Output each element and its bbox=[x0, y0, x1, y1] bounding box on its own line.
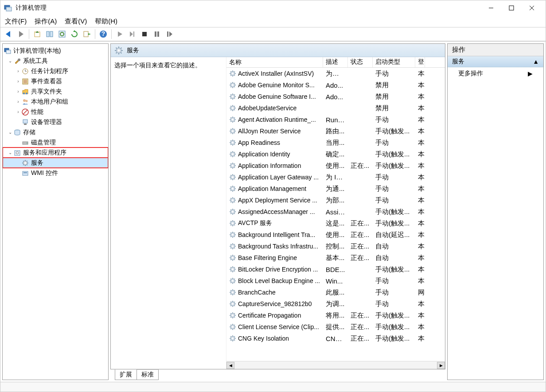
service-row[interactable]: Application Identity确定...手动(触发...本 bbox=[226, 148, 445, 160]
tools-icon bbox=[13, 57, 21, 65]
svg-point-61 bbox=[232, 96, 234, 97]
svg-rect-28 bbox=[6, 50, 11, 54]
tree-device-manager[interactable]: 设备管理器 bbox=[3, 117, 108, 127]
tree-task-scheduler[interactable]: › 任务计划程序 bbox=[3, 66, 108, 76]
service-row[interactable]: AssignedAccessManager ...Assig...手动(触发..… bbox=[226, 206, 445, 217]
show-hide-button[interactable] bbox=[44, 29, 55, 39]
service-row[interactable]: Client License Service (Clip...提供...正在..… bbox=[226, 321, 445, 333]
tree-expander[interactable]: › bbox=[15, 99, 21, 104]
service-row[interactable]: Block Level Backup Engine ...Win...手动本 bbox=[226, 275, 445, 287]
tree-event-viewer[interactable]: › 事件查看器 bbox=[3, 76, 108, 86]
service-row[interactable]: App Readiness当用...手动本 bbox=[226, 137, 445, 148]
horizontal-scroll[interactable]: ◀ ▶ bbox=[226, 361, 445, 369]
cell-status bbox=[348, 107, 373, 109]
maximize-button[interactable] bbox=[501, 1, 522, 15]
actions-pane: 操作 服务 ▲ 更多操作 ▶ bbox=[447, 43, 544, 380]
header-status[interactable]: 状态 bbox=[348, 57, 373, 67]
header-startup[interactable]: 启动类型 bbox=[373, 57, 415, 67]
service-row[interactable]: Adobe Genuine Monitor S...Ado...禁用本 bbox=[226, 79, 445, 91]
tree-services[interactable]: 服务 bbox=[3, 158, 108, 168]
service-row[interactable]: CaptureService_982812b0为调...手动本 bbox=[226, 298, 445, 310]
service-row[interactable]: Base Filtering Engine基本...正在...自动本 bbox=[226, 252, 445, 264]
cell-logon: 本 bbox=[415, 161, 425, 171]
back-button[interactable] bbox=[3, 29, 14, 39]
tree-performance[interactable]: › 性能 bbox=[3, 107, 108, 117]
service-row[interactable]: BranchCache此服...手动网 bbox=[226, 287, 445, 298]
service-rows[interactable]: ActiveX Installer (AxInstSV)为从 ...手动本Ado… bbox=[226, 68, 445, 361]
tree-expander[interactable]: › bbox=[15, 69, 21, 74]
tree-services-apps[interactable]: ⌄ 服务和应用程序 bbox=[3, 147, 108, 158]
header-name[interactable]: 名称 bbox=[226, 57, 323, 67]
menu-view[interactable]: 查看(V) bbox=[65, 17, 87, 26]
refresh-button[interactable] bbox=[69, 29, 80, 39]
tree-storage[interactable]: ⌄ 存储 bbox=[3, 127, 108, 137]
tab-extended[interactable]: 扩展 bbox=[115, 369, 137, 380]
up-button[interactable] bbox=[32, 29, 43, 39]
service-row[interactable]: Certificate Propagation将用...正在...手动(触发..… bbox=[226, 310, 445, 321]
tree-shared-folders[interactable]: › 共享文件夹 bbox=[3, 86, 108, 97]
start-service-button[interactable] bbox=[114, 29, 125, 39]
cell-name: Application Identity bbox=[226, 150, 323, 159]
svg-point-55 bbox=[118, 49, 120, 51]
properties-button[interactable] bbox=[57, 29, 67, 39]
service-row[interactable]: BitLocker Drive Encryption ...BDE...手动(触… bbox=[226, 264, 445, 275]
gear-icon bbox=[229, 185, 236, 192]
tree-expander[interactable]: ⌄ bbox=[7, 130, 13, 135]
tree-expander[interactable]: ⌄ bbox=[7, 58, 13, 63]
service-row[interactable]: Background Intelligent Tra...使用...正在...自… bbox=[226, 229, 445, 241]
tree-root[interactable]: 计算机管理(本地) bbox=[3, 46, 108, 56]
export-button[interactable] bbox=[82, 29, 92, 39]
minimize-button[interactable] bbox=[481, 1, 501, 15]
scroll-right-button[interactable]: ▶ bbox=[437, 362, 445, 369]
service-row[interactable]: Adobe Genuine Software I...Ado...禁用本 bbox=[226, 91, 445, 102]
tree-disk-mgmt[interactable]: 磁盘管理 bbox=[3, 137, 108, 147]
tree-expander[interactable]: › bbox=[15, 79, 21, 84]
header-logon[interactable]: 登 bbox=[415, 57, 425, 67]
svg-rect-3 bbox=[509, 6, 514, 10]
actions-more[interactable]: 更多操作 ▶ bbox=[448, 67, 543, 80]
cell-startup: 禁用 bbox=[373, 92, 415, 102]
svg-point-93 bbox=[232, 280, 234, 282]
close-button[interactable] bbox=[522, 1, 542, 15]
service-row[interactable]: AppX Deployment Service ...为部...手动本 bbox=[226, 194, 445, 206]
service-row[interactable]: Application Management为通...手动本 bbox=[226, 183, 445, 194]
restart-service-button[interactable] bbox=[164, 29, 175, 39]
svg-point-40 bbox=[26, 100, 28, 102]
svg-point-97 bbox=[232, 303, 234, 305]
service-row[interactable]: AdobeUpdateService禁用本 bbox=[226, 102, 445, 114]
service-row[interactable]: ActiveX Installer (AxInstSV)为从 ...手动本 bbox=[226, 68, 445, 79]
cell-logon: 本 bbox=[415, 172, 425, 182]
tree-expander[interactable]: ⌄ bbox=[7, 150, 13, 155]
tree-expander[interactable]: › bbox=[15, 109, 21, 114]
service-row[interactable]: Agent Activation Runtime_...Runt...手动本 bbox=[226, 114, 445, 125]
service-row[interactable]: AVCTP 服务这是...正在...手动(触发...本 bbox=[226, 217, 445, 229]
tree-system-tools[interactable]: ⌄ 系统工具 bbox=[3, 56, 108, 66]
help-button[interactable]: ? bbox=[98, 29, 109, 39]
service-row[interactable]: Application Layer Gateway ...为 In...手动本 bbox=[226, 171, 445, 183]
forward-button[interactable] bbox=[16, 29, 26, 39]
tree-wmi[interactable]: WMI 控件 bbox=[3, 168, 108, 178]
service-row[interactable]: AllJoyn Router Service路由...手动(触发...本 bbox=[226, 125, 445, 137]
tree-expander[interactable]: › bbox=[15, 89, 21, 94]
users-icon bbox=[21, 98, 29, 106]
pause-service-button[interactable] bbox=[152, 29, 162, 39]
cell-desc: Ado... bbox=[323, 92, 348, 101]
stop-service-button[interactable] bbox=[139, 29, 150, 39]
start-service-type-button[interactable] bbox=[127, 29, 137, 39]
cell-status bbox=[348, 211, 373, 213]
menu-file[interactable]: 文件(F) bbox=[5, 17, 27, 26]
tab-standard[interactable]: 标准 bbox=[136, 369, 159, 380]
scroll-left-button[interactable]: ◀ bbox=[226, 362, 234, 369]
tree-local-users[interactable]: › 本地用户和组 bbox=[3, 97, 108, 107]
tree-pane[interactable]: 计算机管理(本地) ⌄ 系统工具 › 任务计划程序 › 事件查看器 › 共享文件… bbox=[2, 43, 109, 380]
service-row[interactable]: Background Tasks Infrastru...控制...正在...自… bbox=[226, 241, 445, 252]
service-row[interactable]: Application Information使用...正在...手动(触发..… bbox=[226, 160, 445, 171]
header-desc[interactable]: 描述 bbox=[323, 57, 348, 67]
menu-action[interactable]: 操作(A) bbox=[35, 17, 57, 26]
svg-point-103 bbox=[232, 338, 234, 339]
actions-group-services[interactable]: 服务 ▲ bbox=[448, 56, 543, 67]
cell-desc: 将用... bbox=[323, 310, 348, 321]
cell-startup: 自动(延迟... bbox=[373, 230, 415, 240]
menu-help[interactable]: 帮助(H) bbox=[95, 17, 117, 26]
service-row[interactable]: CNG Key IsolationCNG...正在...手动(触发...本 bbox=[226, 333, 445, 344]
